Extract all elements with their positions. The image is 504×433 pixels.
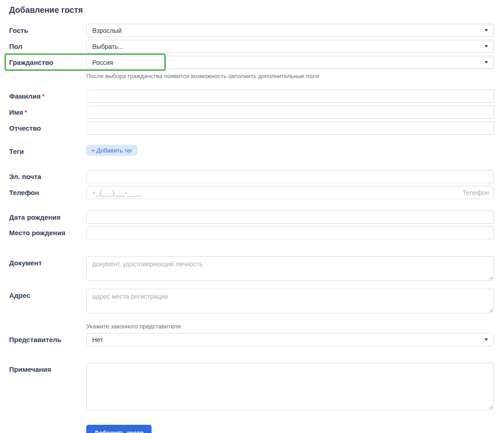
representative-hint: Укажите законного представителя:	[86, 323, 494, 330]
document-label: Документ	[9, 256, 86, 267]
representative-label: Представитель	[9, 323, 86, 344]
representative-select-value: Нет	[92, 336, 103, 343]
required-asterisk: *	[25, 108, 27, 116]
citizenship-select-value: Россия	[92, 59, 113, 66]
tags-label: Теги	[9, 145, 86, 156]
form-row-email: Эл. почта	[9, 170, 494, 183]
phone-label: Телефон	[9, 186, 86, 197]
gender-select-value: Выбрать...	[92, 43, 123, 50]
form-row-phone: Телефон Телефон	[9, 186, 494, 199]
form-row-birthplace: Место рождения	[9, 226, 494, 239]
form-row-lastname: Фамилия*	[9, 90, 494, 103]
form-row-birthdate: Дата рождения	[9, 211, 494, 224]
firstname-label: Имя	[9, 108, 23, 116]
chevron-down-icon	[484, 29, 488, 32]
form-row-firstname: Имя*	[9, 106, 494, 119]
chevron-down-icon	[484, 61, 488, 63]
birthdate-label: Дата рождения	[9, 211, 86, 222]
add-guest-form-page: Добавление гостя Гость Взрослый Пол Выбр…	[0, 0, 504, 433]
citizenship-hint: После выбора гражданства появится возмож…	[86, 73, 494, 80]
page-title: Добавление гостя	[9, 5, 494, 15]
form-row-guest: Гость Взрослый	[9, 24, 494, 37]
form-row-document: Документ	[9, 256, 494, 281]
required-asterisk: *	[42, 92, 45, 100]
phone-input[interactable]	[86, 186, 494, 199]
address-textarea[interactable]	[86, 289, 494, 313]
form-row-notes: Примечания	[9, 363, 494, 410]
chevron-down-icon	[484, 45, 488, 48]
document-textarea[interactable]	[86, 256, 494, 281]
lastname-input[interactable]	[86, 90, 494, 103]
form-row-citizenship: Гражданство Россия После выбора гражданс…	[9, 56, 494, 80]
form-row-address: Адрес	[9, 289, 494, 313]
birthplace-input[interactable]	[86, 226, 494, 239]
gender-select[interactable]: Выбрать...	[86, 40, 494, 53]
form-row-middlename: Отчество	[9, 121, 494, 135]
address-label: Адрес	[9, 289, 86, 300]
form-row-gender: Пол Выбрать...	[9, 40, 494, 53]
representative-select[interactable]: Нет	[86, 333, 494, 346]
chevron-down-icon	[484, 338, 488, 341]
citizenship-select[interactable]: Россия	[86, 56, 494, 69]
guest-label: Гость	[9, 24, 86, 35]
add-guest-submit-button[interactable]: Добавить гостя	[86, 425, 152, 433]
gender-label: Пол	[9, 40, 86, 51]
birthplace-label: Место рождения	[9, 226, 86, 237]
citizenship-label: Гражданство	[9, 56, 86, 67]
firstname-input[interactable]	[86, 106, 494, 119]
email-input[interactable]	[86, 170, 494, 183]
notes-label: Примечания	[9, 363, 86, 374]
notes-textarea[interactable]	[86, 363, 494, 410]
middlename-input[interactable]	[86, 121, 494, 135]
lastname-label: Фамилия	[9, 92, 41, 100]
guest-type-select-value: Взрослый	[92, 27, 121, 34]
birthdate-input[interactable]	[86, 211, 494, 224]
submit-row: Добавить гостя	[86, 425, 494, 433]
form-row-representative: Представитель Укажите законного представ…	[9, 323, 494, 346]
add-tag-button[interactable]: + Добавить тег	[86, 145, 137, 156]
middlename-label: Отчество	[9, 121, 86, 132]
form-row-tags: Теги + Добавить тег	[9, 145, 494, 156]
email-label: Эл. почта	[9, 170, 86, 181]
guest-type-select[interactable]: Взрослый	[86, 24, 494, 37]
